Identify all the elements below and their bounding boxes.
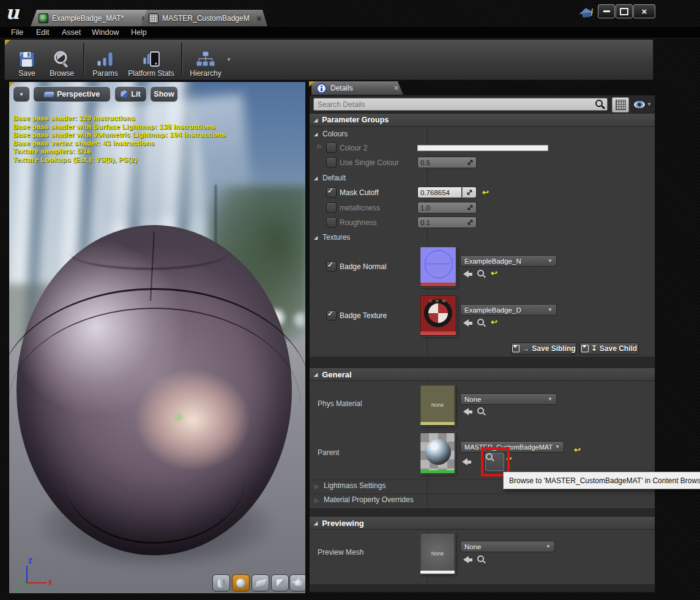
phys-material-asset-name: None bbox=[464, 396, 482, 403]
preview-mesh-cylinder-button[interactable] bbox=[212, 574, 230, 591]
material-preview-viewport[interactable]: Base pass shader: 120 instructions Base … bbox=[9, 81, 306, 594]
perspective-button[interactable]: Perspective bbox=[33, 86, 111, 102]
property-matrix-button[interactable] bbox=[612, 97, 629, 113]
tutorial-cap-icon[interactable] bbox=[579, 7, 594, 14]
lit-mode-button[interactable]: Lit bbox=[114, 86, 147, 102]
menu-help[interactable]: Help bbox=[131, 28, 147, 37]
expanded-arrow-icon: ◢ bbox=[314, 117, 318, 123]
browse-to-asset-icon[interactable] bbox=[477, 555, 486, 564]
details-tab[interactable]: Details × bbox=[311, 81, 403, 95]
menu-window[interactable]: Window bbox=[92, 28, 119, 37]
browse-to-asset-icon[interactable] bbox=[477, 407, 486, 416]
previewing-header[interactable]: ◢ Previewing bbox=[310, 517, 655, 530]
menu-file[interactable]: File bbox=[11, 28, 23, 37]
expanded-arrow-icon[interactable]: ◢ bbox=[314, 235, 318, 240]
badge-texture-thumbnail[interactable]: C M W bbox=[420, 295, 456, 336]
close-button[interactable]: × bbox=[633, 4, 655, 18]
save-button[interactable]: Save bbox=[11, 41, 43, 78]
panel-corner-marker bbox=[5, 40, 10, 45]
stat-line: Texture samplers: 5/16 bbox=[13, 147, 91, 155]
platform-stats-button[interactable]: Platform Stats bbox=[125, 41, 177, 78]
expanded-arrow-icon[interactable]: ◢ bbox=[314, 176, 318, 181]
badge-normal-thumbnail[interactable] bbox=[420, 246, 456, 287]
axis-x-line bbox=[26, 582, 47, 583]
preview-mesh-plane-button[interactable] bbox=[251, 574, 269, 591]
hierarchy-dropdown-caret-icon[interactable]: ▼ bbox=[226, 57, 231, 62]
parameter-groups-header[interactable]: ◢ Parameter Groups bbox=[310, 114, 655, 127]
preview-mesh-teapot-button[interactable] bbox=[289, 574, 306, 591]
badge-normal-checkbox[interactable]: ✓ bbox=[326, 261, 337, 272]
mask-cutoff-reset-icon[interactable]: ↩ bbox=[482, 188, 489, 196]
badge-texture-reset-icon[interactable]: ↩ bbox=[491, 318, 497, 326]
use-single-colour-slider[interactable]: 0.5 bbox=[417, 157, 477, 168]
view-options-eye-icon[interactable] bbox=[633, 100, 646, 109]
unreal-logo: u bbox=[6, 1, 20, 23]
lightmass-settings-label[interactable]: Lightmass Settings bbox=[324, 481, 385, 490]
phys-material-thumbnail[interactable]: None bbox=[420, 385, 455, 426]
parent-reset-icon[interactable]: ↩ bbox=[574, 446, 581, 454]
colour2-checkbox[interactable] bbox=[326, 143, 337, 153]
perspective-label: Perspective bbox=[57, 90, 100, 98]
parent-material-dropdown[interactable]: MASTER_CustomBadgeMAT ▼ bbox=[460, 441, 564, 453]
use-selected-asset-icon[interactable] bbox=[463, 319, 473, 327]
metallicness-slider[interactable]: 1.0 bbox=[417, 202, 477, 213]
browse-button[interactable]: Browse bbox=[44, 41, 80, 78]
preview-mesh-sphere-button[interactable] bbox=[232, 574, 250, 591]
cube-icon bbox=[277, 579, 284, 587]
details-tab-close-icon[interactable]: × bbox=[394, 84, 398, 92]
menu-edit[interactable]: Edit bbox=[36, 28, 50, 37]
mask-cutoff-slider-button[interactable] bbox=[462, 187, 477, 198]
parent-material-thumbnail[interactable] bbox=[420, 432, 455, 474]
tab-examplebadge-mat[interactable]: ExampleBadge_MAT* × bbox=[31, 10, 152, 26]
phys-material-thumb-text: None bbox=[420, 402, 455, 408]
colour2-color-swatch[interactable] bbox=[417, 145, 548, 151]
colour2-expander-icon[interactable]: ▷ bbox=[318, 143, 322, 149]
parent-sphere-preview bbox=[425, 439, 451, 465]
badge-texture-asset-dropdown[interactable]: ExampleBadge_D ▼ bbox=[460, 304, 557, 316]
use-selected-asset-icon[interactable] bbox=[463, 556, 473, 563]
minimize-button[interactable] bbox=[598, 4, 615, 18]
menu-asset[interactable]: Asset bbox=[62, 28, 81, 37]
mask-cutoff-input[interactable]: 0.768654 bbox=[417, 187, 462, 198]
browse-to-asset-icon[interactable] bbox=[477, 319, 486, 327]
overrides-expander-icon[interactable]: ▷ bbox=[315, 497, 319, 503]
use-selected-asset-icon[interactable] bbox=[463, 408, 473, 415]
general-header[interactable]: ◢ General bbox=[310, 368, 655, 381]
preview-mesh-dropdown[interactable]: None ▼ bbox=[460, 541, 555, 552]
preview-mesh-thumb-text: None bbox=[420, 550, 455, 557]
badge-texture-checkbox[interactable]: ✓ bbox=[326, 310, 337, 320]
lightmass-expander-icon[interactable]: ▷ bbox=[315, 483, 319, 489]
sibling-arrow-icon: → bbox=[522, 344, 529, 353]
save-sibling-button[interactable]: → Save Sibling bbox=[512, 343, 576, 355]
tab-label: ExampleBadge_MAT* bbox=[52, 14, 124, 23]
show-button[interactable]: Show bbox=[150, 86, 178, 102]
preview-mesh-thumbnail[interactable]: None bbox=[420, 533, 455, 574]
viewport-options-button[interactable]: ▼ bbox=[13, 86, 30, 102]
browse-to-asset-icon[interactable] bbox=[477, 270, 486, 278]
tab-close-icon[interactable]: × bbox=[257, 14, 261, 23]
roughness-slider[interactable]: 0.1 bbox=[417, 217, 477, 228]
hierarchy-button[interactable]: Hierarchy bbox=[186, 41, 225, 78]
use-single-colour-checkbox[interactable] bbox=[326, 157, 337, 168]
preview-mesh-cube-button[interactable] bbox=[271, 574, 289, 591]
tab-master-custombadge[interactable]: MASTER_CustomBadgeM × bbox=[141, 10, 267, 26]
tab-label: MASTER_CustomBadgeM bbox=[162, 14, 250, 23]
use-selected-asset-icon[interactable] bbox=[463, 270, 473, 278]
roughness-checkbox[interactable] bbox=[326, 217, 337, 228]
phys-material-dropdown[interactable]: None ▼ bbox=[460, 393, 557, 405]
maximize-button[interactable] bbox=[616, 4, 633, 18]
use-selected-asset-icon[interactable] bbox=[462, 458, 472, 465]
expanded-arrow-icon[interactable]: ◢ bbox=[314, 131, 318, 137]
axis-z-label: Z bbox=[28, 557, 32, 565]
metallicness-checkbox[interactable] bbox=[326, 202, 337, 213]
material-property-overrides-label[interactable]: Material Property Overrides bbox=[324, 495, 414, 504]
badge-normal-reset-icon[interactable]: ↩ bbox=[491, 269, 497, 277]
badge-normal-asset-dropdown[interactable]: ExampleBadge_N ▼ bbox=[460, 255, 557, 267]
params-button[interactable]: Params bbox=[88, 41, 122, 78]
search-details-input[interactable] bbox=[313, 98, 608, 111]
view-options-caret-icon[interactable]: ▼ bbox=[647, 102, 652, 107]
metallicness-value: 1.0 bbox=[420, 204, 430, 212]
save-child-button[interactable]: ↧ Save Child bbox=[579, 343, 639, 355]
mask-cutoff-checkbox[interactable]: ✓ bbox=[326, 187, 337, 198]
expanded-arrow-icon: ◢ bbox=[314, 372, 318, 377]
